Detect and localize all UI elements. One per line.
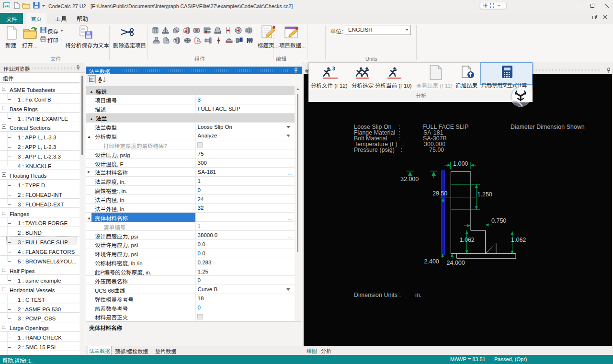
svg-text:32.000: 32.000 xyxy=(400,176,419,182)
svg-text:1.250: 1.250 xyxy=(477,191,492,198)
svg-text:0.750: 0.750 xyxy=(491,217,506,224)
svg-text:2.400: 2.400 xyxy=(424,258,439,265)
svg-text:29.50: 29.50 xyxy=(432,190,447,197)
svg-text:A: A xyxy=(184,29,187,33)
svg-text:T: T xyxy=(174,39,177,42)
svg-text:24.000: 24.000 xyxy=(447,260,465,266)
svg-text:1.062: 1.062 xyxy=(460,237,475,243)
svg-text:1.062: 1.062 xyxy=(511,237,526,243)
svg-text:1.000: 1.000 xyxy=(453,160,468,167)
